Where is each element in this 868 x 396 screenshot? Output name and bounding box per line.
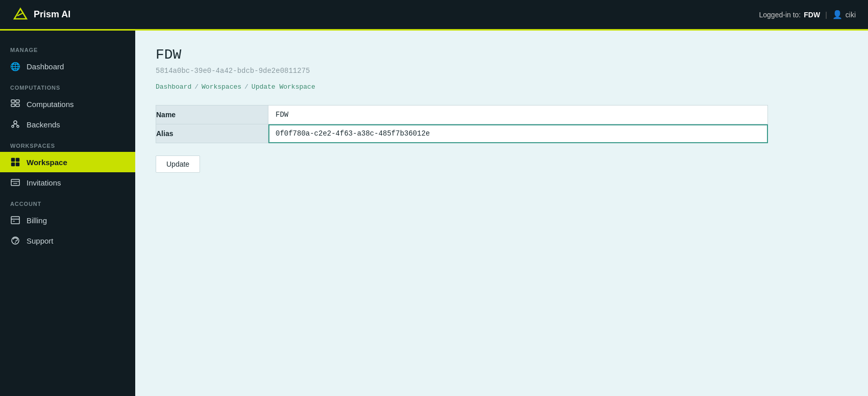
invitations-icon [10, 177, 20, 188]
svg-rect-5 [16, 104, 19, 107]
update-button[interactable]: Update [156, 155, 200, 173]
sidebar-item-label: Computations [27, 100, 74, 109]
alias-label: Alias [156, 124, 268, 143]
support-icon [10, 235, 20, 246]
breadcrumb-workspaces[interactable]: Workspaces [202, 83, 241, 91]
section-manage: MANAGE [0, 39, 135, 56]
svg-rect-2 [11, 100, 15, 102]
page-title: FDW [156, 47, 848, 63]
logo: Prism AI [12, 7, 70, 23]
section-account: ACCOUNT [0, 193, 135, 210]
svg-rect-4 [11, 104, 15, 107]
svg-rect-13 [11, 163, 15, 166]
page-subtitle: 5814a0bc-39e0-4a42-bdcb-9de2e0811275 [156, 67, 848, 75]
logo-icon [12, 7, 29, 23]
sidebar-item-support[interactable]: Support [0, 230, 135, 251]
sidebar-item-label: Invitations [27, 178, 61, 187]
main-content: FDW 5814a0bc-39e0-4a42-bdcb-9de2e0811275… [135, 31, 868, 396]
sidebar-item-label: Billing [27, 216, 47, 225]
logged-in-label: Logged-in to: [759, 11, 801, 19]
svg-rect-14 [16, 163, 19, 166]
svg-point-22 [15, 242, 16, 243]
app-name: Prism AI [34, 9, 70, 20]
svg-point-7 [12, 125, 14, 127]
org-name: FDW [804, 11, 820, 19]
topbar: Prism AI Logged-in to: FDW | 👤 ciki [0, 0, 868, 31]
sidebar-item-dashboard[interactable]: 🌐 Dashboard [0, 56, 135, 76]
sidebar-item-computations[interactable]: Computations [0, 94, 135, 114]
user-info: Logged-in to: FDW | 👤 ciki [759, 10, 856, 19]
name-input-cell [268, 105, 768, 124]
breadcrumb: Dashboard / Workspaces / Update Workspac… [156, 83, 848, 91]
sidebar-item-workspace[interactable]: Workspace [0, 152, 135, 172]
breadcrumb-dashboard[interactable]: Dashboard [156, 83, 191, 91]
sidebar-item-invitations[interactable]: Invitations [0, 172, 135, 193]
computations-icon [10, 99, 20, 109]
breadcrumb-sep2: / [244, 83, 249, 91]
svg-point-6 [14, 121, 17, 124]
sidebar: MANAGE 🌐 Dashboard COMPUTATIONS Computat… [0, 31, 135, 396]
name-label: Name [156, 105, 268, 124]
alias-input-cell [268, 124, 768, 143]
sidebar-item-billing[interactable]: Billing [0, 210, 135, 230]
sidebar-item-label: Workspace [27, 158, 67, 167]
alias-input[interactable] [268, 124, 767, 143]
svg-point-8 [17, 125, 19, 127]
svg-rect-11 [11, 158, 15, 162]
dashboard-icon: 🌐 [10, 61, 20, 71]
svg-rect-12 [16, 158, 19, 162]
backends-icon [10, 119, 20, 129]
username: ciki [846, 11, 856, 19]
sidebar-item-label: Backends [27, 120, 60, 129]
svg-rect-18 [11, 217, 19, 224]
sidebar-item-label: Dashboard [27, 62, 64, 71]
sidebar-item-label: Support [27, 236, 54, 245]
section-workspaces: WORKSPACES [0, 135, 135, 152]
svg-rect-15 [11, 179, 19, 186]
separator: | [825, 11, 827, 19]
form-row-alias: Alias [156, 124, 768, 143]
name-input[interactable] [268, 105, 767, 124]
sidebar-item-backends[interactable]: Backends [0, 114, 135, 135]
user-icon: 👤 [832, 10, 842, 19]
form-row-name: Name [156, 105, 768, 124]
svg-line-9 [13, 124, 15, 125]
billing-icon [10, 215, 20, 225]
workspace-icon [10, 157, 20, 167]
section-computations: COMPUTATIONS [0, 76, 135, 94]
form-table: Name Alias [156, 105, 768, 143]
breadcrumb-current: Update Workspace [252, 83, 315, 91]
svg-line-10 [15, 124, 18, 125]
breadcrumb-sep1: / [194, 83, 199, 91]
layout: MANAGE 🌐 Dashboard COMPUTATIONS Computat… [0, 31, 868, 396]
svg-rect-3 [16, 100, 19, 102]
